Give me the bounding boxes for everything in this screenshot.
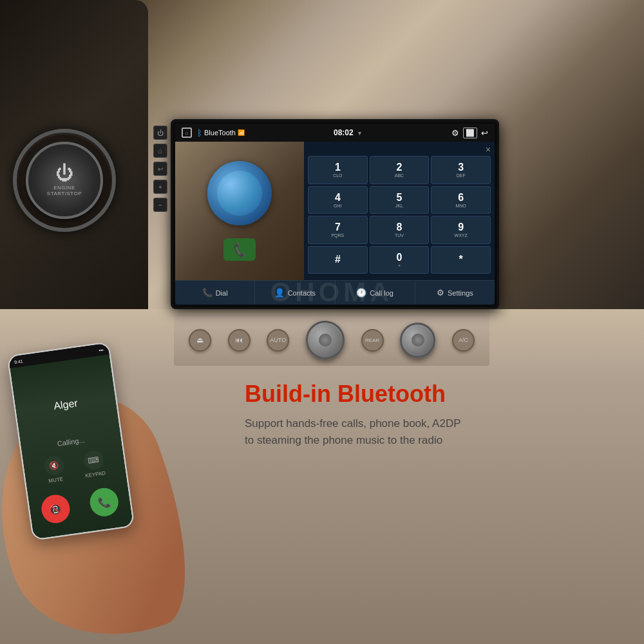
tab-settings[interactable]: ⚙ Settings (415, 281, 495, 305)
volume-up-icon: + (158, 184, 162, 191)
home-symbol: ⌂ (185, 130, 189, 136)
phone-option-2[interactable]: ⌨ KEYPAD (82, 449, 106, 478)
dialpad-close-button[interactable]: × (486, 144, 491, 155)
avatar-image (217, 171, 262, 216)
tab-dial-label: Dial (216, 289, 228, 297)
calllog-icon: 🕐 (356, 288, 366, 298)
engine-button-area: ⏻ ENGINE START/STOP (13, 129, 116, 232)
phone-hand-container: 9:41 ▪▪▪ Alger Calling... 🔇 MUTE (0, 335, 225, 644)
ctrl-knob-center[interactable] (306, 321, 345, 359)
headline: Build-in Bluetooth (245, 380, 618, 408)
head-unit: ⌂ ᛒ BlueTooth 📶 08:02 ▼ ⚙ ⬜ ↩ (171, 119, 499, 309)
ctrl-button-ac[interactable]: AUTO (267, 329, 289, 352)
side-buttons-container: ⏻ ⌂ ↩ + − (153, 126, 171, 212)
head-unit-screen: ⌂ ᛒ BlueTooth 📶 08:02 ▼ ⚙ ⬜ ↩ (175, 124, 495, 305)
ctrl-knob-right[interactable] (400, 323, 435, 358)
dial-key-*[interactable]: * (431, 246, 491, 274)
accept-call-icon: 📞 (97, 495, 111, 509)
main-scene: ⏻ ENGINE START/STOP MIC RST ⏻ ⌂ ↩ + − (0, 0, 644, 644)
knob-inner (319, 334, 332, 346)
rear-label: REAR (365, 337, 379, 343)
phone-end-call-button[interactable]: 📵 (40, 493, 72, 525)
dial-key-0[interactable]: 0+ (370, 246, 430, 274)
ac-label: A/C (459, 337, 468, 343)
tab-calllog-label: Call log (370, 289, 393, 297)
dial-key-7[interactable]: 7PQRS (308, 216, 368, 244)
keypad-label: KEYPAD (85, 470, 106, 478)
tab-settings-label: Settings (448, 289, 473, 297)
tab-contacts-label: Contacts (288, 289, 316, 297)
auto-label: AUTO (270, 337, 286, 343)
vol-down-button[interactable]: − (153, 198, 167, 212)
contacts-icon: 👤 (274, 288, 285, 298)
status-bar-right: ⚙ ⬜ ↩ (451, 128, 488, 138)
home-status-icon[interactable]: ⌂ (182, 128, 192, 138)
window-icon[interactable]: ⬜ (463, 128, 477, 138)
home-icon-small: ⌂ (158, 147, 162, 155)
engine-start-stop-button[interactable]: ⏻ ENGINE START/STOP (26, 142, 103, 219)
dial-key-9[interactable]: 9WXYZ (431, 216, 491, 244)
subtext: Support hands-free calls, phone book, A2… (245, 415, 618, 448)
settings-tab-icon: ⚙ (437, 288, 444, 298)
dialpad-grid: 1CLO2ABC3DEF4GHI5JKL6MNO7PQRS8TUV9WXYZ#0… (308, 156, 491, 274)
end-call-icon: 📵 (48, 502, 62, 516)
ctrl-button-ac2[interactable]: A/C (452, 329, 475, 352)
dial-key-1[interactable]: 1CLO (308, 156, 368, 184)
spacer (73, 505, 86, 507)
ctrl-icon-2: ⏮ (235, 336, 243, 345)
dial-key-#[interactable]: # (308, 246, 368, 274)
mute-label: MUTE (48, 476, 64, 484)
settings-icon[interactable]: ⚙ (451, 128, 459, 138)
dial-icon: 📞 (202, 288, 213, 298)
phone-option-1[interactable]: 🔇 MUTE (43, 455, 66, 484)
dial-key-3[interactable]: 3DEF (431, 156, 491, 184)
vol-up-button[interactable]: + (153, 180, 167, 194)
back-icon[interactable]: ↩ (481, 128, 488, 138)
home-side-button[interactable]: ⌂ (153, 144, 167, 158)
knob-right-inner (412, 334, 424, 346)
power-icon: ⏻ (55, 164, 73, 182)
power-side-button[interactable]: ⏻ (153, 126, 167, 140)
power-icon-small: ⏻ (157, 129, 164, 137)
back-side-button[interactable]: ↩ (153, 162, 167, 176)
text-section: Build-in Bluetooth Support hands-free ca… (245, 380, 618, 448)
signal-icon: ▼ (357, 130, 363, 137)
dial-key-8[interactable]: 8TUV (370, 216, 430, 244)
bluetooth-symbol: ᛒ (197, 128, 202, 138)
ctrl-button-rear[interactable]: REAR (361, 329, 384, 352)
phone-caller-name: Alger (10, 354, 120, 442)
avatar-circle (207, 161, 272, 225)
dial-key-5[interactable]: 5JKL (370, 186, 430, 214)
status-time: 08:02 ▼ (334, 128, 363, 137)
dial-key-4[interactable]: 4GHI (308, 186, 368, 214)
volume-down-icon: − (158, 202, 162, 209)
back-icon-small: ↩ (158, 166, 163, 173)
phone-time: 9:41 (14, 359, 23, 365)
tab-dial[interactable]: 📞 Dial (175, 281, 255, 305)
ctrl-button-2[interactable]: ⏮ (228, 329, 251, 352)
call-area: 📞 (175, 142, 304, 280)
phone-icon: 📞 (231, 241, 249, 258)
call-answer-button[interactable]: 📞 (223, 238, 256, 261)
bottom-tabs: 📞 Dial 👤 Contacts 🕐 Call log ⚙ Settings (175, 280, 495, 305)
tab-calllog[interactable]: 🕐 Call log (336, 281, 415, 305)
main-content-area: 📞 × 1CLO2ABC3DEF4GHI5JKL6MNO7PQRS8TUV9WX… (175, 142, 495, 280)
status-bar-left: ⌂ ᛒ BlueTooth 📶 (182, 128, 245, 138)
bluetooth-label: ᛒ BlueTooth 📶 (197, 128, 245, 138)
engine-label: ENGINE START/STOP (47, 185, 82, 196)
dialpad-area: × 1CLO2ABC3DEF4GHI5JKL6MNO7PQRS8TUV9WXYZ… (304, 142, 495, 280)
tab-contacts[interactable]: 👤 Contacts (255, 281, 335, 305)
dial-key-6[interactable]: 6MNO (431, 186, 491, 214)
phone-accept-call-button[interactable]: 📞 (88, 486, 120, 518)
status-bar: ⌂ ᛒ BlueTooth 📶 08:02 ▼ ⚙ ⬜ ↩ (175, 124, 495, 142)
dial-key-2[interactable]: 2ABC (370, 156, 430, 184)
bt-signal-icon: 📶 (238, 129, 245, 136)
phone-signal: ▪▪▪ (99, 347, 104, 352)
